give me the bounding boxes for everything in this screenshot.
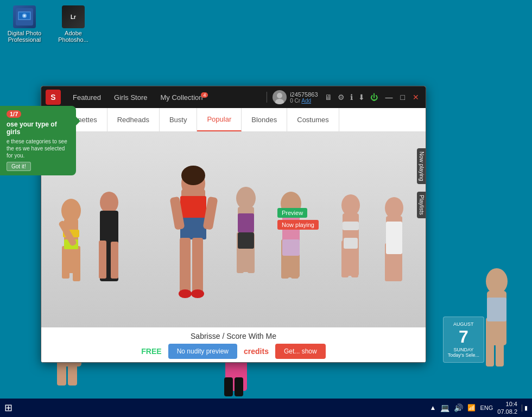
svg-rect-59 xyxy=(486,318,494,367)
model-3-main xyxy=(161,159,226,327)
window-controls: — □ ✕ xyxy=(383,92,421,103)
nowplaying-badge: Now playing xyxy=(277,220,319,230)
taskbar-left: ⊞ xyxy=(4,402,15,414)
credits-label: credits xyxy=(244,347,269,356)
got-it-button[interactable]: Got it! xyxy=(7,162,31,171)
desktop-icons: Digital PhotoProfessional Lr Adobe Photo… xyxy=(5,5,92,43)
start-button[interactable]: ⊞ xyxy=(4,402,12,414)
power-icon[interactable]: ⏻ xyxy=(370,93,378,102)
taskbar: ⊞ ▲ 💻 🔊 📶 ENG 10:4 07.08.2 ▮ xyxy=(0,399,532,417)
minimize-button[interactable]: — xyxy=(383,92,395,103)
svg-rect-51 xyxy=(386,222,402,254)
show-desktop-button[interactable]: ▮ xyxy=(522,405,528,412)
svg-rect-10 xyxy=(73,246,80,281)
clock: 10:4 07.08.2 xyxy=(497,400,517,416)
balloon-counter: 1/7 xyxy=(7,110,21,118)
tab-girls-store[interactable]: Girls Store xyxy=(107,91,154,104)
tooltip-balloon: 1/7 ose your type of girls e these categ… xyxy=(0,106,76,175)
cal-dow: SUNDAY xyxy=(448,347,479,352)
app-window: S Featured Girls Store My Collection 4 xyxy=(41,86,426,363)
svg-rect-9 xyxy=(62,246,69,279)
svg-rect-46 xyxy=(344,238,358,249)
content-area: Preview Now playing Now playing Playlist… xyxy=(41,132,426,363)
desktop-icon-lr[interactable]: Lr Adobe Photosho... xyxy=(54,5,92,43)
title-icons: 🖥 ⚙ ℹ ⬇ ⏻ xyxy=(325,93,378,102)
cat-blondes[interactable]: Blondes xyxy=(242,108,287,131)
full-show-button[interactable]: Get... show xyxy=(275,344,326,359)
cat-busty[interactable]: Busty xyxy=(160,108,198,131)
svg-rect-65 xyxy=(235,377,243,396)
svg-point-29 xyxy=(236,187,256,210)
taskbar-computer-icon[interactable]: 💻 xyxy=(440,403,449,412)
info-icon[interactable]: ℹ xyxy=(350,93,353,102)
svg-rect-33 xyxy=(238,213,254,232)
svg-rect-16 xyxy=(99,241,106,279)
svg-rect-61 xyxy=(487,298,506,321)
title-bar: S Featured Girls Store My Collection 4 xyxy=(41,86,426,108)
user-id: i24575863 xyxy=(290,91,318,98)
model-name: Sabrisse / Score With Me xyxy=(191,332,276,340)
balloon-text: e these categories to see the es we have… xyxy=(7,138,69,159)
model-2 xyxy=(89,181,130,327)
svg-point-57 xyxy=(486,268,508,294)
svg-point-25 xyxy=(179,289,192,298)
svg-rect-45 xyxy=(343,222,359,230)
settings-icon[interactable]: ⚙ xyxy=(338,93,345,102)
monitor-icon[interactable]: 🖥 xyxy=(325,93,332,102)
svg-rect-60 xyxy=(496,319,504,367)
cal-day: 7 xyxy=(448,327,479,347)
cat-costumes[interactable]: Costumes xyxy=(287,108,339,131)
model-5 xyxy=(269,181,313,327)
close-button[interactable]: ✕ xyxy=(410,92,421,103)
expand-icon[interactable]: ▲ xyxy=(430,404,436,412)
cal-month: AUGUST xyxy=(448,321,479,327)
download-icon[interactable]: ⬇ xyxy=(358,93,365,102)
model-7 xyxy=(374,186,415,327)
add-credits-link[interactable]: Add xyxy=(301,98,311,104)
svg-rect-17 xyxy=(111,242,118,279)
calendar-overlay: AUGUST 7 SUNDAY Today's Sele... xyxy=(443,317,484,363)
cat-popular[interactable]: Popular xyxy=(197,108,242,131)
svg-point-6 xyxy=(275,99,284,104)
model-4 xyxy=(226,175,267,327)
icon-dpp-label: Digital PhotoProfessional xyxy=(8,30,41,43)
maximize-button[interactable]: □ xyxy=(398,92,407,103)
svg-point-26 xyxy=(191,289,204,298)
playlists-tab[interactable]: Playlists xyxy=(417,192,426,218)
nav-tabs: Featured Girls Store My Collection 4 xyxy=(66,91,261,104)
icon-lr-label: Adobe Photosho... xyxy=(54,30,92,43)
svg-point-19 xyxy=(181,166,205,185)
cal-todays-selection: Today's Sele... xyxy=(448,352,479,358)
free-label: FREE xyxy=(141,347,161,356)
category-bar: ▶ Brunettes Redheads Busty Popular Blond… xyxy=(41,108,426,132)
title-divider xyxy=(267,92,267,103)
svg-point-4 xyxy=(23,15,26,17)
taskbar-volume-icon[interactable]: 🔊 xyxy=(454,403,463,412)
svg-point-41 xyxy=(341,194,360,216)
svg-point-47 xyxy=(385,197,403,219)
collection-badge: 4 xyxy=(201,92,208,98)
tab-featured[interactable]: Featured xyxy=(66,91,107,104)
desktop-icon-dpp[interactable]: Digital PhotoProfessional xyxy=(5,5,43,43)
tab-my-collection[interactable]: My Collection 4 xyxy=(154,91,209,104)
now-playing-tab[interactable]: Now playing xyxy=(417,148,426,184)
model-1 xyxy=(52,186,90,327)
svg-point-14 xyxy=(100,192,118,213)
app-logo: S xyxy=(46,90,61,105)
no-nudity-button[interactable]: No nudity preview xyxy=(168,344,237,359)
svg-rect-40 xyxy=(282,239,300,256)
preview-badge: Preview xyxy=(277,208,307,218)
svg-rect-23 xyxy=(180,238,191,292)
models-strip: Preview Now playing Now playing Playlist… xyxy=(41,132,426,327)
svg-rect-64 xyxy=(224,377,233,396)
user-avatar xyxy=(273,90,287,104)
svg-rect-21 xyxy=(180,196,206,218)
info-bar: Sabrisse / Score With Me FREE No nudity … xyxy=(41,327,426,363)
model-actions: FREE No nudity preview credits Get... sh… xyxy=(50,344,417,359)
tooltip-arrow xyxy=(76,117,80,125)
taskbar-network-icon[interactable]: 📶 xyxy=(467,404,476,412)
cat-redheads[interactable]: Redheads xyxy=(107,108,160,131)
model-6 xyxy=(331,184,371,327)
svg-point-5 xyxy=(277,93,282,98)
user-credits: 0 Cr Add xyxy=(290,98,318,104)
